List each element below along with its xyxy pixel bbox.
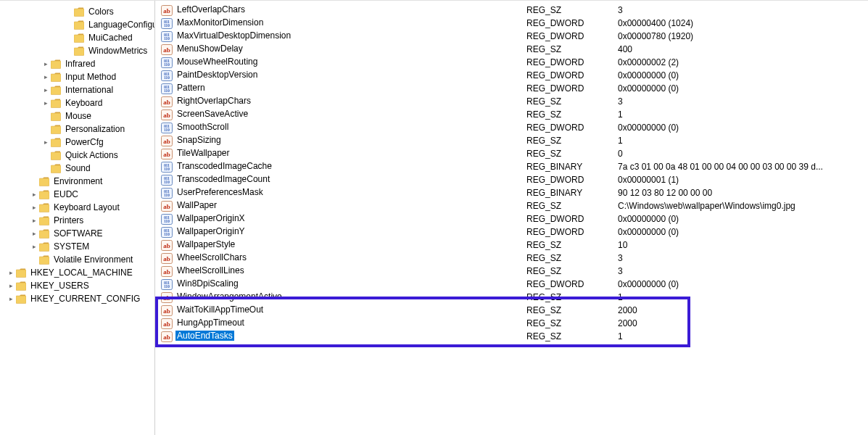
- value-name[interactable]: TileWallpaper: [175, 148, 231, 158]
- value-row[interactable]: ab LeftOverlapCharsREG_SZ3: [158, 4, 868, 17]
- tree-item[interactable]: Volatile Environment: [0, 253, 154, 266]
- value-name[interactable]: AutoEndTasks: [175, 331, 234, 341]
- value-name[interactable]: Win8DpiScaling: [175, 278, 240, 289]
- tree-item-label[interactable]: SOFTWARE: [52, 228, 104, 239]
- chevron-right-icon[interactable]: ▸: [29, 202, 39, 212]
- value-name[interactable]: MenuShowDelay: [175, 44, 244, 54]
- tree-item-label[interactable]: International: [64, 85, 115, 95]
- tree-item[interactable]: Environment: [0, 175, 154, 188]
- value-row[interactable]: ab WheelScrollCharsREG_SZ3: [158, 252, 868, 265]
- value-row[interactable]: 011 110 WallpaperOriginXREG_DWORD0x00000…: [158, 212, 868, 225]
- value-name[interactable]: WallpaperOriginX: [175, 213, 247, 223]
- tree-item-label[interactable]: MuiCached: [87, 33, 134, 43]
- tree-item[interactable]: ▸ International: [0, 83, 154, 96]
- value-row[interactable]: 011 110 WallpaperOriginYREG_DWORD0x00000…: [158, 225, 868, 239]
- value-name[interactable]: PaintDesktopVersion: [175, 70, 259, 80]
- tree-item-label[interactable]: Environment: [52, 176, 104, 186]
- tree-item-label[interactable]: Personalization: [64, 124, 126, 134]
- tree-item[interactable]: ▸ HKEY_LOCAL_MACHINE: [0, 266, 154, 279]
- chevron-right-icon[interactable]: ▸: [29, 215, 39, 225]
- chevron-right-icon[interactable]: ▸: [6, 281, 16, 291]
- tree-item-label[interactable]: Keyboard Layout: [52, 202, 121, 212]
- value-row[interactable]: 011 110 MaxVirtualDesktopDimensionREG_DW…: [158, 30, 868, 43]
- value-name[interactable]: TranscodedImageCount: [175, 174, 271, 184]
- tree-item[interactable]: ▸ HKEY_USERS: [0, 279, 154, 292]
- value-name[interactable]: WallPaper: [175, 200, 218, 210]
- value-name[interactable]: LeftOverlapChars: [175, 4, 247, 14]
- tree-item[interactable]: ▸ PowerCfg: [0, 136, 154, 149]
- value-row[interactable]: 011 110 TranscodedImageCacheREG_BINARY7a…: [158, 160, 868, 173]
- chevron-right-icon[interactable]: ▸: [6, 268, 16, 278]
- value-name[interactable]: MaxVirtualDesktopDimension: [175, 30, 292, 41]
- tree-item-label[interactable]: Sound: [64, 163, 92, 173]
- tree-item-label[interactable]: LanguageConfiguration: [87, 20, 155, 30]
- chevron-right-icon[interactable]: ▸: [29, 228, 39, 239]
- values-table[interactable]: ab LeftOverlapCharsREG_SZ3 011 110 MaxMo…: [158, 4, 868, 343]
- chevron-right-icon[interactable]: ▸: [29, 189, 39, 199]
- value-name[interactable]: SnapSizing: [175, 135, 223, 145]
- chevron-right-icon[interactable]: ▸: [41, 98, 51, 108]
- tree-item[interactable]: ▸ Printers: [0, 214, 154, 227]
- tree-item-label[interactable]: PowerCfg: [64, 137, 105, 147]
- value-row[interactable]: 011 110 PatternREG_DWORD0x00000000 (0): [158, 82, 868, 95]
- tree-item-label[interactable]: SYSTEM: [52, 241, 91, 252]
- value-name[interactable]: TranscodedImageCache: [175, 161, 273, 171]
- chevron-right-icon[interactable]: ▸: [41, 59, 51, 69]
- tree-item-label[interactable]: Quick Actions: [64, 150, 120, 160]
- chevron-right-icon[interactable]: ▸: [6, 294, 16, 304]
- tree-item[interactable]: Sound: [0, 162, 154, 175]
- tree-item[interactable]: WindowMetrics: [0, 44, 154, 57]
- tree-pane[interactable]: Colors LanguageConfiguration MuiCached W…: [0, 1, 155, 435]
- values-pane[interactable]: ab LeftOverlapCharsREG_SZ3 011 110 MaxMo…: [155, 1, 868, 435]
- tree-item-label[interactable]: Infrared: [64, 59, 96, 69]
- tree-item-label[interactable]: Mouse: [64, 111, 93, 121]
- value-row[interactable]: 011 110 Win8DpiScalingREG_DWORD0x0000000…: [158, 278, 868, 291]
- value-row[interactable]: ab HungAppTimeoutREG_SZ2000: [158, 317, 868, 330]
- tree-item-label[interactable]: Keyboard: [64, 98, 104, 108]
- chevron-right-icon[interactable]: ▸: [29, 241, 39, 252]
- tree-item-label[interactable]: Volatile Environment: [52, 254, 134, 265]
- registry-tree[interactable]: Colors LanguageConfiguration MuiCached W…: [0, 5, 154, 305]
- value-name[interactable]: WheelScrollChars: [175, 252, 248, 262]
- tree-item[interactable]: MuiCached: [0, 31, 154, 44]
- tree-item[interactable]: ▸ EUDC: [0, 188, 154, 201]
- chevron-right-icon[interactable]: ▸: [41, 137, 51, 147]
- chevron-right-icon[interactable]: ▸: [41, 85, 51, 95]
- value-name[interactable]: UserPreferencesMask: [175, 187, 265, 197]
- value-row[interactable]: ab RightOverlapCharsREG_SZ3: [158, 95, 868, 108]
- value-row[interactable]: ab WheelScrollLinesREG_SZ3: [158, 265, 868, 278]
- value-row[interactable]: ab ScreenSaveActiveREG_SZ1: [158, 108, 868, 121]
- tree-item[interactable]: ▸ Keyboard Layout: [0, 201, 154, 214]
- value-row[interactable]: ab TileWallpaperREG_SZ0: [158, 147, 868, 160]
- tree-item-label[interactable]: Printers: [52, 215, 85, 225]
- value-name[interactable]: WindowArrangementActive: [175, 291, 284, 302]
- tree-item[interactable]: Mouse: [0, 109, 154, 123]
- value-row[interactable]: ab MenuShowDelayREG_SZ400: [158, 43, 868, 56]
- tree-item[interactable]: Colors: [0, 5, 154, 18]
- value-row[interactable]: ab WindowArrangementActiveREG_SZ1: [158, 291, 868, 304]
- value-row[interactable]: ab WallpaperStyleREG_SZ10: [158, 239, 868, 252]
- value-name[interactable]: MouseWheelRouting: [175, 57, 259, 67]
- value-name[interactable]: SmoothScroll: [175, 122, 230, 132]
- tree-item-label[interactable]: Colors: [87, 7, 115, 17]
- tree-item[interactable]: LanguageConfiguration: [0, 18, 154, 31]
- value-name[interactable]: HungAppTimeout: [175, 318, 246, 328]
- value-row[interactable]: 011 110 TranscodedImageCountREG_DWORD0x0…: [158, 173, 868, 186]
- tree-item-label[interactable]: Input Method: [64, 72, 117, 82]
- chevron-right-icon[interactable]: ▸: [41, 72, 51, 82]
- value-row[interactable]: ab SnapSizingREG_SZ1: [158, 134, 868, 147]
- tree-item[interactable]: ▸ SOFTWARE: [0, 227, 154, 240]
- tree-item[interactable]: Personalization: [0, 123, 154, 136]
- value-row[interactable]: ab AutoEndTasksREG_SZ1: [158, 330, 868, 343]
- tree-item-label[interactable]: EUDC: [52, 189, 80, 199]
- tree-item[interactable]: Quick Actions: [0, 149, 154, 162]
- tree-item-label[interactable]: HKEY_LOCAL_MACHINE: [29, 268, 134, 278]
- tree-item[interactable]: ▸ Infrared: [0, 57, 154, 70]
- value-name[interactable]: WheelScrollLines: [175, 265, 246, 276]
- value-name[interactable]: WallpaperOriginY: [175, 226, 247, 236]
- tree-item[interactable]: ▸ Input Method: [0, 70, 154, 83]
- value-row[interactable]: 011 110 MouseWheelRoutingREG_DWORD0x0000…: [158, 56, 868, 69]
- value-name[interactable]: Pattern: [175, 83, 207, 93]
- tree-item-label[interactable]: WindowMetrics: [87, 46, 149, 56]
- tree-item[interactable]: ▸ Keyboard: [0, 96, 154, 109]
